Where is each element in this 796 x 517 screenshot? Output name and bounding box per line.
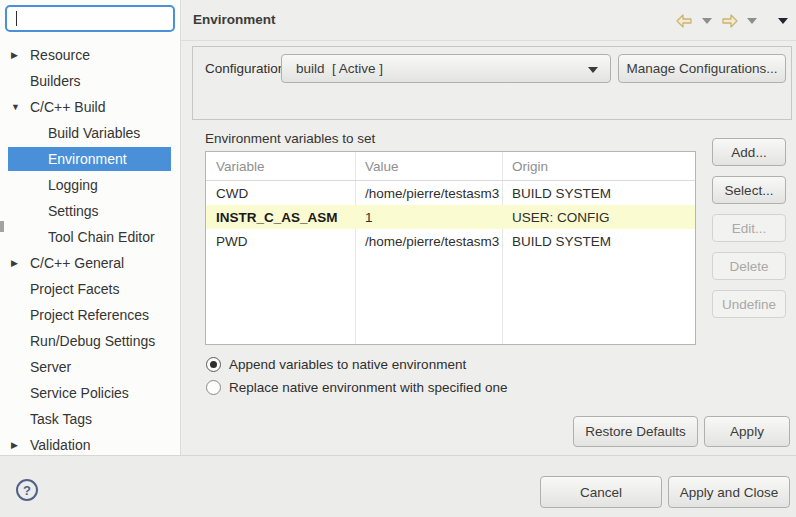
tree-item-cpp-general[interactable]: ▶ C/C++ General	[0, 250, 180, 276]
chevron-right-icon[interactable]: ▶	[11, 42, 25, 68]
tree-item-logging[interactable]: Logging	[0, 172, 180, 198]
configuration-label: Configuration:	[205, 61, 289, 76]
preferences-tree: ▶ Resource Builders ▼ C/C++ Build Build …	[0, 42, 180, 458]
select-button[interactable]: Select...	[712, 176, 786, 204]
tree-item-task-tags[interactable]: Task Tags	[0, 406, 180, 432]
tree-item-build-variables[interactable]: Build Variables	[0, 120, 180, 146]
tree-item-tool-chain-editor[interactable]: Tool Chain Editor	[0, 224, 180, 250]
filter-input[interactable]	[7, 11, 195, 26]
view-menu-icon[interactable]	[778, 18, 788, 24]
navigation-toolbar	[676, 0, 788, 41]
manage-configurations-button[interactable]: Manage Configurations...	[618, 54, 786, 83]
column-header-variable[interactable]: Variable	[206, 159, 355, 174]
table-row-instr-c-as-asm[interactable]: INSTR_C_AS_ASM 1 USER: CONFIG	[206, 205, 695, 229]
tree-item-resource[interactable]: ▶ Resource	[0, 42, 180, 68]
preferences-dialog: ▶ Resource Builders ▼ C/C++ Build Build …	[0, 0, 796, 517]
radio-append-variables[interactable]: Append variables to native environment	[206, 357, 466, 372]
text-caret	[16, 11, 17, 26]
env-variables-table[interactable]: Variable Value Origin CWD /home/pierre/t…	[205, 151, 696, 345]
page-title: Environment	[193, 12, 276, 27]
radio-unselected-icon[interactable]	[206, 380, 221, 395]
back-arrow-icon[interactable]	[676, 14, 693, 28]
dialog-footer: ? Cancel Apply and Close	[0, 455, 796, 517]
tree-item-server[interactable]: Server	[0, 354, 180, 380]
tree-item-project-facets[interactable]: Project Facets	[0, 276, 180, 302]
env-table-caption: Environment variables to set	[205, 131, 375, 146]
column-header-origin[interactable]: Origin	[502, 159, 695, 174]
apply-button[interactable]: Apply	[704, 416, 790, 447]
radio-selected-icon[interactable]	[206, 357, 221, 372]
tree-item-run-debug-settings[interactable]: Run/Debug Settings	[0, 328, 180, 354]
combo-dropdown-icon	[588, 67, 598, 73]
splitter-handle[interactable]	[0, 221, 4, 232]
add-button[interactable]: Add...	[712, 138, 786, 166]
sidebar: ▶ Resource Builders ▼ C/C++ Build Build …	[0, 0, 181, 455]
chevron-down-icon[interactable]: ▼	[11, 94, 25, 120]
tree-item-builders[interactable]: Builders	[0, 68, 180, 94]
apply-and-close-button[interactable]: Apply and Close	[668, 476, 790, 508]
tree-item-service-policies[interactable]: Service Policies	[0, 380, 180, 406]
back-history-dropdown-icon[interactable]	[702, 18, 712, 24]
edit-button: Edit...	[712, 214, 786, 242]
configuration-group: Configuration: build [ Active ] Manage C…	[192, 46, 792, 120]
tree-item-project-references[interactable]: Project References	[0, 302, 180, 328]
tree-item-environment[interactable]: Environment	[0, 146, 180, 172]
forward-history-dropdown-icon[interactable]	[747, 18, 757, 24]
chevron-right-icon[interactable]: ▶	[11, 250, 25, 276]
help-icon[interactable]: ?	[16, 479, 38, 501]
tree-item-settings[interactable]: Settings	[0, 198, 180, 224]
radio-replace-environment[interactable]: Replace native environment with specifie…	[206, 380, 507, 395]
table-row-pwd[interactable]: PWD /home/pierre/testasm3 BUILD SYSTEM	[206, 229, 695, 253]
filter-box[interactable]	[5, 5, 175, 32]
page-header: Environment	[181, 0, 796, 41]
column-header-value[interactable]: Value	[355, 159, 502, 174]
undefine-button: Undefine	[712, 290, 786, 318]
forward-arrow-icon[interactable]	[721, 14, 738, 28]
configuration-combobox[interactable]: build [ Active ]	[281, 54, 611, 83]
table-row-cwd[interactable]: CWD /home/pierre/testasm3 BUILD SYSTEM	[206, 181, 695, 205]
cancel-button[interactable]: Cancel	[540, 476, 662, 508]
restore-defaults-button[interactable]: Restore Defaults	[573, 416, 698, 447]
delete-button: Delete	[712, 252, 786, 280]
tree-item-cpp-build[interactable]: ▼ C/C++ Build	[0, 94, 180, 120]
configuration-selected-value: build [ Active ]	[282, 61, 383, 76]
table-header-row: Variable Value Origin	[206, 152, 695, 181]
